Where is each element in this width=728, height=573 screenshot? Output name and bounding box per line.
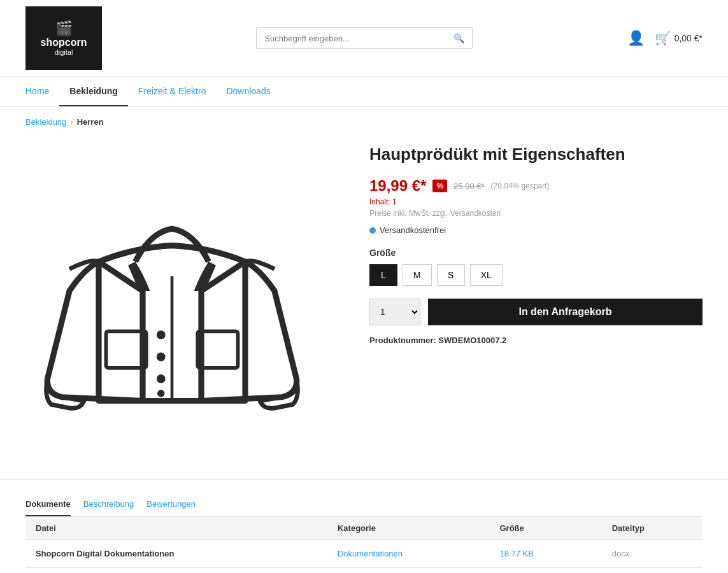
size-btn-m[interactable]: M [403,264,432,286]
file-size-1: 378.33 KB [489,568,601,574]
svg-point-4 [157,390,165,397]
jacket-svg [25,145,318,452]
breadcrumb-current: Herren [77,117,104,127]
col-header-size: Größe [489,517,601,540]
table-row: Shopcorn Digital Dokumentationen Dokumen… [25,540,703,568]
logo[interactable]: 🎬 shopcorn digital [25,6,102,70]
file-category-0[interactable]: Dokumentationen [327,540,489,568]
product-price-old: 25,00 €* [453,181,484,191]
file-size-0: 18.77 KB [489,540,601,568]
documents-table: Datei Kategorie Größe Dateityp Shopcorn … [25,517,703,573]
logo-name: shopcorn [41,37,87,48]
product-number-value: SWDEMO10007.2 [438,336,506,345]
product-savings: (20.04% gespart) [491,181,550,190]
product-image [25,145,331,454]
cart-price: 0,00 €* [674,33,703,43]
col-header-category: Kategorie [327,517,489,540]
size-label: Größe [369,248,703,258]
svg-point-1 [157,330,166,339]
product-price-note: Preise inkl. MwSt. zzgl. Versandkosten [369,209,703,218]
price-row: 19,99 €* % 25,00 €* (20.04% gespart) [369,177,703,195]
user-account-button[interactable]: 👤 [627,30,645,46]
main-content: Hauptprödükt mit Eigenschaften 19,99 €* … [0,132,728,479]
logo-sub: digital [55,48,73,56]
svg-point-2 [157,353,166,362]
product-inhalt: Inhalt: 1 [369,197,703,206]
size-btn-s[interactable]: S [437,264,465,286]
breadcrumb-separator: › [70,117,73,127]
tab-bewertungen[interactable]: Bewertungen [146,493,196,516]
table-row: Shopcorn Digital Flyer Exclusive Flyer 3… [25,568,703,574]
nav-item-bekleidung[interactable]: Bekleidung [59,77,127,106]
header: 🎬 shopcorn digital 🔍 👤 🛒 0,00 €* Mein Ko… [0,0,728,77]
add-to-cart-button[interactable]: In den Anfragekorb [428,299,703,325]
shipping-dot [369,227,376,234]
nav-item-downloads[interactable]: Downloads [216,77,280,106]
discount-badge: % [432,180,447,192]
table-header-row: Datei Kategorie Größe Dateityp [25,517,703,540]
size-btn-l[interactable]: L [369,264,397,286]
nav-item-freizeit[interactable]: Freizeit & Elektro [128,77,217,106]
tabs-section: Dokumente Beschreibung Bewertungen [0,479,728,517]
cart-area[interactable]: 🛒 0,00 €* [655,31,703,46]
product-number-label: Produktnummer: [369,336,436,345]
col-header-file: Datei [25,517,327,540]
product-price: 19,99 €* [369,177,426,195]
tab-dokumente[interactable]: Dokumente [25,493,71,516]
product-number: Produktnummer: SWDEMO10007.2 [369,336,703,345]
tab-beschreibung[interactable]: Beschreibung [83,493,134,516]
file-type-1: pdf [602,568,703,574]
cart-icon: 🛒 [655,31,671,46]
file-category-1[interactable]: Flyer [327,568,489,574]
search-input[interactable] [264,34,453,43]
col-header-filetype: Dateityp [602,517,703,540]
shipping-info: Versandkostenfrei [369,225,703,235]
product-info: Hauptprödükt mit Eigenschaften 19,99 €* … [369,145,703,454]
svg-point-3 [157,374,166,383]
size-btn-xl[interactable]: XL [470,264,503,286]
file-name-1[interactable]: Shopcorn Digital Flyer Exclusive [25,568,327,574]
logo-icon: 🎬 [55,20,73,37]
size-options: L M S XL [369,264,703,286]
add-to-cart-row: 1 2 3 In den Anfragekorb [369,299,703,325]
file-name-0[interactable]: Shopcorn Digital Dokumentationen [25,540,327,568]
breadcrumb: Bekleidung › Herren [0,107,728,132]
shipping-label: Versandkostenfrei [380,225,446,235]
search-icon: 🔍 [453,33,464,43]
breadcrumb-parent[interactable]: Bekleidung [25,117,66,127]
search-bar: 🔍 [256,27,473,49]
main-nav: Home Bekleidung Freizeit & Elektro Downl… [0,77,728,107]
nav-item-home[interactable]: Home [25,77,59,106]
quantity-selector[interactable]: 1 2 3 [369,299,420,325]
product-tabs: Dokumente Beschreibung Bewertungen [25,493,703,517]
product-title: Hauptprödükt mit Eigenschaften [369,145,703,164]
header-right: 👤 🛒 0,00 €* Mein Konto Mein Konto Übersi… [627,30,703,46]
file-type-0: docx [602,540,703,568]
